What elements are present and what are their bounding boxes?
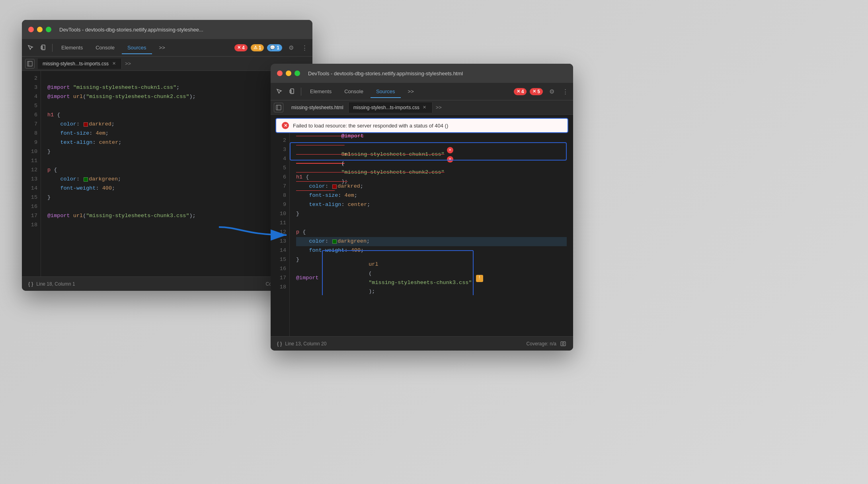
svg-point-1 bbox=[43, 49, 43, 49]
window-title-2: DevTools - devtools-dbg-stories.netlify.… bbox=[308, 71, 567, 76]
device-toggle-icon[interactable] bbox=[38, 42, 49, 53]
titlebar-1: DevTools - devtools-dbg-stories.netlify.… bbox=[22, 20, 312, 39]
error-tooltip-icon: ✕ bbox=[282, 122, 289, 129]
devtools-toolbar-2: Elements Console Sources >> ✕ 4 ✕ 5 ⚙ ⋮ bbox=[271, 83, 573, 100]
traffic-lights-1 bbox=[28, 27, 51, 32]
more-options-icon-2[interactable]: ⋮ bbox=[560, 86, 570, 97]
code-line-13-w2: color : darkgreen ; bbox=[296, 237, 567, 246]
code-line-4-w2: @import url ( "missing-stylesheets-chunk… bbox=[296, 155, 567, 164]
code-line-5 bbox=[47, 102, 306, 111]
error-inline-badge-3: ✕ bbox=[447, 147, 453, 153]
code-line-17-w2: @import url ( "missing-stylesheets-chunk… bbox=[296, 274, 567, 283]
tab-sources-1[interactable]: Sources bbox=[122, 41, 152, 54]
maximize-button-1[interactable] bbox=[46, 27, 51, 32]
error-badge-icon-2a: ✕ bbox=[517, 89, 520, 94]
more-tabs-1[interactable]: >> bbox=[122, 59, 134, 68]
message-badge-icon-1: 💬 bbox=[270, 45, 275, 50]
warning-inline-badge-17: ! bbox=[476, 275, 483, 282]
minimize-button-2[interactable] bbox=[286, 71, 291, 76]
settings-icon-1[interactable]: ⚙ bbox=[285, 42, 296, 53]
sidebar-toggle-2[interactable] bbox=[274, 103, 283, 112]
code-line-14: font-weight : 400 ; bbox=[47, 184, 306, 193]
code-line-13: color : darkgreen ; bbox=[47, 175, 306, 184]
tab-console-1[interactable]: Console bbox=[90, 41, 120, 54]
more-options-icon-1[interactable]: ⋮ bbox=[300, 42, 309, 53]
file-tab-html-2[interactable]: missing-stylesheets.html bbox=[287, 102, 349, 113]
file-tab-css-label-2: missing-stylesh...ts-imports.css bbox=[353, 105, 419, 110]
file-tab-close-2[interactable]: ✕ bbox=[422, 105, 427, 110]
code-content-2: @import "missing-stylesheets-chukn1.css"… bbox=[290, 133, 573, 295]
code-line-18 bbox=[47, 221, 306, 230]
status-bar-2: { } Line 13, Column 20 Coverage: n/a bbox=[271, 336, 573, 351]
code-editor-area-2: 2 3 4 5 6 7 8 9 10 11 12 13 14 15 16 17 … bbox=[271, 133, 573, 336]
sidebar-toggle-1[interactable] bbox=[25, 59, 35, 69]
code-editor-area-1: 2 3 4 5 6 7 8 9 10 11 12 13 14 15 16 17 … bbox=[22, 71, 312, 276]
code-line-11-w2 bbox=[296, 219, 567, 228]
file-tab-close-1[interactable]: ✕ bbox=[111, 61, 117, 67]
close-button-1[interactable] bbox=[28, 27, 34, 32]
toolbar-separator bbox=[52, 44, 53, 52]
color-swatch-darkgreen-2 bbox=[332, 239, 337, 244]
code-line-6: h1 { bbox=[47, 111, 306, 120]
svg-rect-3 bbox=[27, 61, 32, 66]
tab-elements-1[interactable]: Elements bbox=[56, 41, 88, 54]
code-line-4: @import url ( "missing-stylesheets-chunk… bbox=[47, 92, 306, 102]
tab-elements-2[interactable]: Elements bbox=[304, 85, 337, 98]
code-lines-wrapper-2: @import "missing-stylesheets-chukn1.css"… bbox=[290, 133, 573, 336]
line-numbers-2: 2 3 4 5 6 7 8 9 10 11 12 13 14 15 16 17 … bbox=[271, 133, 290, 336]
code-line-7: color : darkred ; bbox=[47, 120, 306, 129]
code-line-11 bbox=[47, 157, 306, 166]
code-line-8: font-size : 4em ; bbox=[47, 129, 306, 138]
line-numbers-1: 2 3 4 5 6 7 8 9 10 11 12 13 14 15 16 17 … bbox=[22, 71, 41, 276]
file-tab-css-1[interactable]: missing-stylesh...ts-imports.css ✕ bbox=[38, 59, 122, 69]
tab-more-1[interactable]: >> bbox=[154, 41, 171, 54]
tab-more-2[interactable]: >> bbox=[402, 85, 419, 98]
tab-console-2[interactable]: Console bbox=[339, 85, 369, 98]
screenshot-icon-2[interactable] bbox=[560, 340, 567, 347]
color-swatch-darkred-2 bbox=[332, 184, 337, 189]
line-col-status-2: Line 13, Column 20 bbox=[285, 341, 326, 347]
code-line-10: } bbox=[47, 147, 306, 157]
file-tab-css-2[interactable]: missing-stylesh...ts-imports.css ✕ bbox=[349, 102, 433, 113]
close-button-2[interactable] bbox=[277, 71, 283, 76]
file-tabs-2: missing-stylesheets.html missing-stylesh… bbox=[271, 100, 573, 115]
line-col-status-1: Line 18, Column 1 bbox=[36, 281, 75, 287]
toolbar-separator-2 bbox=[301, 88, 301, 96]
curly-icon-2: { } bbox=[277, 341, 282, 347]
svg-point-8 bbox=[292, 92, 292, 93]
window-title-1: DevTools - devtools-dbg-stories.netlify.… bbox=[59, 27, 306, 33]
code-line-12: p { bbox=[47, 166, 306, 175]
devtools-window-2: DevTools - devtools-dbg-stories.netlify.… bbox=[271, 64, 573, 351]
devtools-window-1: DevTools - devtools-dbg-stories.netlify.… bbox=[22, 20, 312, 291]
file-tab-html-label-2: missing-stylesheets.html bbox=[291, 105, 343, 110]
tab-sources-2[interactable]: Sources bbox=[371, 85, 401, 98]
code-line-17: @import url ( "missing-stylesheets-chunk… bbox=[47, 212, 306, 221]
device-toggle-icon-2[interactable] bbox=[287, 86, 298, 97]
more-tabs-2[interactable]: >> bbox=[433, 103, 445, 112]
code-line-15: } bbox=[47, 193, 306, 202]
code-line-16 bbox=[47, 202, 306, 212]
code-line-12-w2: p { bbox=[296, 228, 567, 237]
inspect-icon[interactable] bbox=[25, 42, 36, 53]
error-badge-1: ✕ 4 bbox=[234, 44, 248, 51]
svg-rect-12 bbox=[561, 342, 566, 346]
settings-icon-2[interactable]: ⚙ bbox=[546, 86, 557, 97]
warning-badge-1: ⚠ 1 bbox=[251, 44, 264, 51]
error-tooltip: ✕ Failed to load resource: the server re… bbox=[275, 118, 568, 133]
error-badge-icon-2b: ✕ bbox=[533, 89, 536, 94]
error-inline-badge-4: ✕ bbox=[447, 156, 453, 163]
error-badge-2b: ✕ 5 bbox=[530, 88, 543, 95]
code-editor-1: 2 3 4 5 6 7 8 9 10 11 12 13 14 15 16 17 … bbox=[22, 71, 312, 276]
file-tabs-1: missing-stylesh...ts-imports.css ✕ >> bbox=[22, 57, 312, 71]
file-tab-css-label-1: missing-stylesh...ts-imports.css bbox=[43, 61, 109, 67]
traffic-lights-2 bbox=[277, 71, 300, 76]
code-line-9-w2: text-align : center ; bbox=[296, 200, 567, 210]
maximize-button-2[interactable] bbox=[295, 71, 300, 76]
code-editor-2: 2 3 4 5 6 7 8 9 10 11 12 13 14 15 16 17 … bbox=[271, 133, 573, 336]
status-bar-1: { } Line 18, Column 1 Coverage: n/a bbox=[22, 276, 312, 291]
minimize-button-1[interactable] bbox=[37, 27, 43, 32]
inspect-icon-2[interactable] bbox=[274, 86, 285, 97]
color-swatch-darkred-1 bbox=[84, 122, 88, 127]
svg-rect-10 bbox=[276, 105, 281, 110]
devtools-toolbar-1: Elements Console Sources >> ✕ 4 ⚠ 1 💬 1 … bbox=[22, 39, 312, 57]
